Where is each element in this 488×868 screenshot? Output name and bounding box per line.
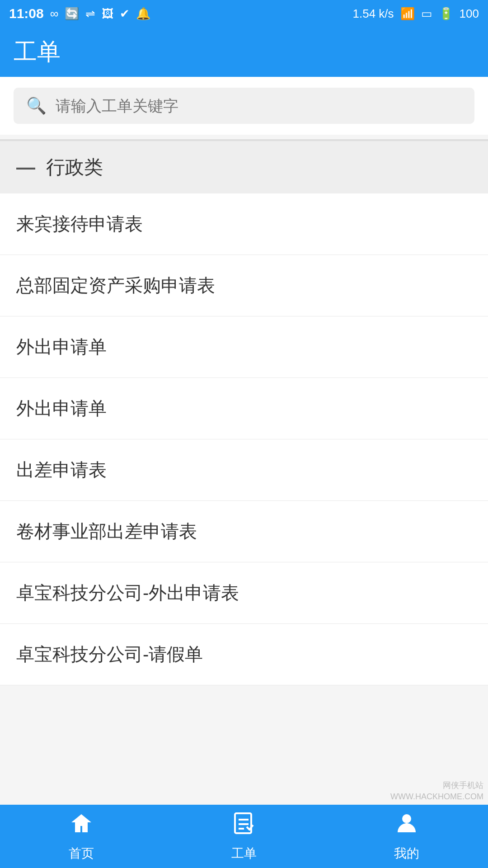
person-icon: 🔔 xyxy=(136,7,150,21)
list-item[interactable]: 来宾接待申请表 xyxy=(0,193,488,255)
infinity-icon: ∞ xyxy=(50,7,59,21)
header: 工单 xyxy=(0,27,488,77)
status-left: 11:08 ∞ 🔄 ⇌ 🖼 ✔ 🔔 xyxy=(9,6,150,21)
watermark-line2: WWW.HACKHOME.COM xyxy=(390,791,483,802)
watermark-line1: 网侠手机站 xyxy=(390,780,483,791)
usb-icon: ⇌ xyxy=(85,7,95,21)
mine-icon xyxy=(394,811,419,841)
network-speed: 1.54 k/s xyxy=(353,7,394,21)
wifi-icon: 📶 xyxy=(400,7,415,21)
search-box[interactable]: 🔍 xyxy=(14,88,474,124)
watermark: 网侠手机站 WWW.HACKHOME.COM xyxy=(390,780,483,802)
list-item-text: 外出申请单 xyxy=(16,398,107,418)
category-header[interactable]: — 行政类 xyxy=(0,141,488,193)
list-item-text: 来宾接待申请表 xyxy=(16,214,143,234)
workorder-icon xyxy=(231,811,257,841)
list-item-text: 卷材事业部出差申请表 xyxy=(16,521,197,541)
list-item-text: 出差申请表 xyxy=(16,460,107,480)
list-item[interactable]: 总部固定资产采购申请表 xyxy=(0,255,488,316)
nav-item-workorder[interactable]: 工单 xyxy=(163,811,325,862)
collapse-icon: — xyxy=(16,158,35,177)
sync-icon: 🔄 xyxy=(65,7,79,21)
svg-point-4 xyxy=(402,814,411,823)
nav-label-home: 首页 xyxy=(69,845,94,862)
status-time: 11:08 xyxy=(9,6,44,21)
list-item-text: 卓宝科技分公司-外出申请表 xyxy=(16,583,239,603)
page-title: 工单 xyxy=(14,36,61,68)
bottom-nav: 首页 工单 我的 xyxy=(0,805,488,868)
nav-item-mine[interactable]: 我的 xyxy=(325,811,488,862)
category-title: 行政类 xyxy=(46,155,103,180)
list-container: 来宾接待申请表 总部固定资产采购申请表 外出申请单 外出申请单 出差申请表 卷材… xyxy=(0,193,488,685)
battery-level: 100 xyxy=(460,7,479,21)
search-container: 🔍 xyxy=(0,77,488,135)
check-icon: ✔ xyxy=(120,7,130,21)
list-item[interactable]: 外出申请单 xyxy=(0,316,488,378)
nav-item-home[interactable]: 首页 xyxy=(0,811,163,862)
status-bar: 11:08 ∞ 🔄 ⇌ 🖼 ✔ 🔔 1.54 k/s 📶 ▭ 🔋 100 xyxy=(0,0,488,27)
list-item-text: 外出申请单 xyxy=(16,337,107,357)
signal-icon: ▭ xyxy=(421,7,432,21)
list-item[interactable]: 卓宝科技分公司-请假单 xyxy=(0,624,488,685)
home-icon xyxy=(69,811,94,841)
search-icon: 🔍 xyxy=(26,96,47,115)
list-item-text: 卓宝科技分公司-请假单 xyxy=(16,644,203,664)
nav-label-workorder: 工单 xyxy=(231,845,257,862)
list-item[interactable]: 外出申请单 xyxy=(0,378,488,439)
battery-icon: 🔋 xyxy=(439,7,453,21)
list-item[interactable]: 出差申请表 xyxy=(0,439,488,501)
content-area: — 行政类 来宾接待申请表 总部固定资产采购申请表 外出申请单 外出申请单 出差… xyxy=(0,141,488,811)
nav-label-mine: 我的 xyxy=(394,845,419,862)
list-item-text: 总部固定资产采购申请表 xyxy=(16,275,215,295)
image-icon: 🖼 xyxy=(102,7,113,21)
list-item[interactable]: 卓宝科技分公司-外出申请表 xyxy=(0,562,488,624)
status-right: 1.54 k/s 📶 ▭ 🔋 100 xyxy=(353,7,479,21)
search-input[interactable] xyxy=(56,97,462,115)
list-item[interactable]: 卷材事业部出差申请表 xyxy=(0,501,488,562)
